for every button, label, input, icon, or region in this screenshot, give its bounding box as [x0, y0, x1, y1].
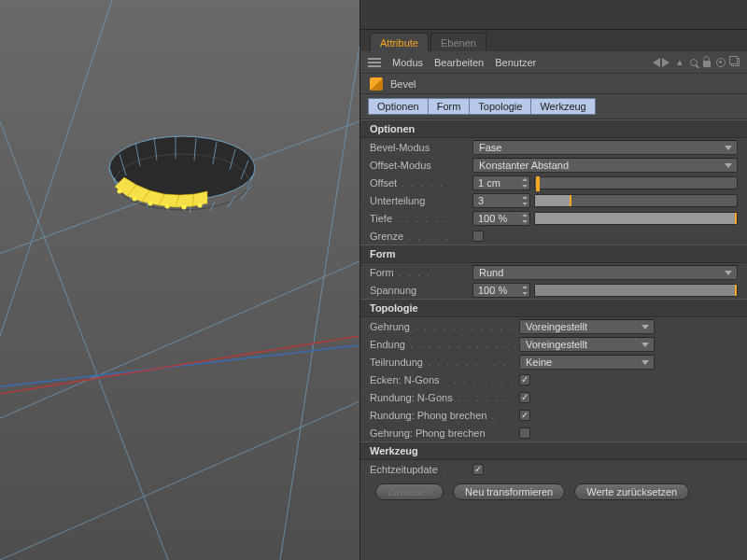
section-werkzeug: Werkzeug	[360, 441, 747, 460]
neu-transformieren-button[interactable]: Neu transformieren	[453, 483, 565, 500]
werte-zuruecksetzen-button[interactable]: Werte zurücksetzen	[574, 483, 689, 500]
bevel-modus-dropdown[interactable]: Fase	[472, 140, 738, 155]
section-topologie: Topologie	[360, 299, 747, 317]
svg-point-30	[133, 197, 137, 202]
svg-point-34	[198, 203, 203, 208]
tiefe-slider[interactable]	[534, 212, 738, 225]
new-window-icon[interactable]	[731, 58, 740, 66]
mode-icon[interactable]	[368, 58, 381, 67]
gehrung-dropdown[interactable]: Voreingestellt	[519, 319, 655, 334]
offset-modus-dropdown[interactable]: Konstanter Abstand	[472, 158, 738, 173]
subtab-form[interactable]: Form	[428, 98, 470, 115]
svg-point-33	[182, 205, 187, 210]
menu-modus[interactable]: Modus	[392, 57, 423, 68]
grenze-checkbox[interactable]	[472, 231, 484, 242]
teilrundung-dropdown[interactable]: Keine	[519, 355, 655, 370]
endung-label: Endung . . . . . . . . . . . .	[370, 339, 519, 350]
teilrundung-label: Teilrundung . . . . . . . . .	[370, 357, 519, 368]
nav-back-icon[interactable]	[653, 58, 660, 67]
attribute-content: Optionen Bevel-Modus Fase Offset-Modus K…	[360, 119, 747, 560]
up-icon[interactable]: ▲	[675, 57, 684, 67]
lock-icon[interactable]	[703, 61, 711, 67]
form-dropdown[interactable]: Rund	[472, 265, 738, 280]
form-label: Form . . . .	[370, 267, 472, 278]
rundung-phong-label: Rundung: Phong brechen .	[370, 410, 519, 421]
subtab-werkzeug[interactable]: Werkzeug	[530, 98, 595, 115]
subtab-optionen[interactable]: Optionen	[368, 98, 428, 115]
tiefe-field[interactable]: 100 %	[472, 211, 530, 226]
svg-point-29	[118, 189, 122, 194]
tiefe-label: Tiefe . . . . . .	[370, 213, 472, 224]
viewport-3d[interactable]	[0, 0, 359, 560]
tab-attribute[interactable]: Attribute	[370, 33, 429, 51]
nav-forward-icon[interactable]	[662, 58, 669, 67]
offset-field[interactable]: 1 cm	[472, 175, 530, 190]
target-icon[interactable]	[716, 58, 726, 67]
menu-benutzer[interactable]: Benutzer	[495, 57, 536, 68]
svg-rect-0	[0, 0, 359, 560]
rundung-phong-checkbox[interactable]	[519, 410, 530, 421]
object-name: Bevel	[390, 78, 416, 90]
subtabs: Optionen Form Topologie Werkzeug	[360, 94, 747, 119]
history-nav[interactable]	[653, 58, 669, 67]
tab-ebenen[interactable]: Ebenen	[430, 33, 486, 51]
endung-dropdown[interactable]: Voreingestellt	[519, 337, 655, 352]
offset-modus-label: Offset-Modus	[370, 160, 472, 171]
echtzeit-label: Echtzeitupdate .	[370, 464, 472, 475]
svg-point-32	[165, 204, 170, 209]
ecken-ngons-label: Ecken: N-Gons . . . . . . . .	[370, 374, 519, 385]
object-header: Bevel	[360, 74, 747, 94]
attribute-panel: Attribute Ebenen Modus Bearbeiten Benutz…	[359, 0, 747, 560]
spannung-field[interactable]: 100 %	[472, 283, 530, 298]
zuweisen-button[interactable]: Zuweisen	[375, 483, 444, 500]
subtab-topologie[interactable]: Topologie	[469, 98, 530, 115]
rundung-ngons-label: Rundung: N-Gons . . . . . .	[370, 392, 519, 403]
search-icon[interactable]	[690, 59, 698, 66]
ecken-ngons-checkbox[interactable]	[519, 374, 530, 385]
echtzeit-checkbox[interactable]	[472, 464, 484, 475]
rundung-ngons-checkbox[interactable]	[519, 392, 530, 403]
grenze-label: Grenze . . . . .	[370, 231, 472, 242]
bevel-modus-label: Bevel-Modus	[370, 142, 472, 153]
unterteilung-label: Unterteilung	[370, 195, 472, 206]
offset-label: Offset . . . . .	[370, 177, 472, 189]
offset-slider[interactable]	[534, 176, 738, 189]
svg-point-31	[148, 202, 153, 206]
section-form: Form	[360, 245, 747, 263]
gehrung-phong-label: Gehrung: Phong brechen .	[370, 427, 519, 439]
spannung-slider[interactable]	[534, 284, 738, 297]
section-optionen: Optionen	[360, 119, 747, 138]
gehrung-phong-checkbox[interactable]	[519, 427, 530, 439]
panel-tabs: Attribute Ebenen	[360, 30, 747, 51]
bevel-icon	[370, 77, 383, 91]
attribute-menubar: Modus Bearbeiten Benutzer ▲	[360, 51, 747, 74]
gehrung-label: Gehrung . . . . . . . . . . .	[370, 321, 519, 332]
unterteilung-slider[interactable]	[534, 194, 738, 207]
spannung-label: Spannung	[370, 285, 472, 296]
menu-bearbeiten[interactable]: Bearbeiten	[434, 57, 484, 68]
panel-topstrip	[360, 0, 747, 30]
unterteilung-field[interactable]: 3	[472, 193, 530, 208]
